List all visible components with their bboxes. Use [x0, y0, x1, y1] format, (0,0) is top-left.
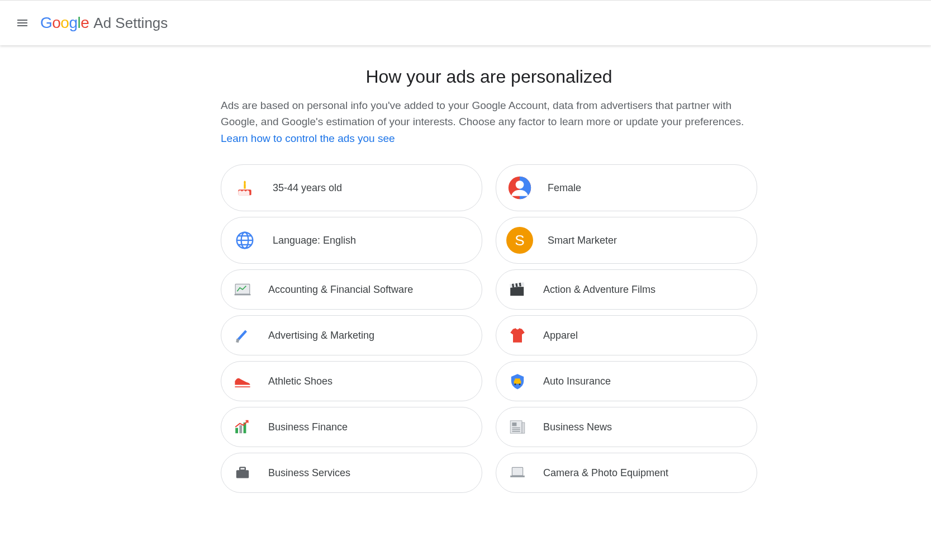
svg-point-24 — [519, 383, 520, 385]
factor-label: Accounting & Financial Software — [268, 284, 413, 296]
svg-rect-36 — [512, 468, 522, 476]
factor-business-news[interactable]: Business News — [496, 407, 757, 447]
svg-rect-12 — [235, 294, 251, 295]
accounting-icon — [231, 278, 254, 301]
hamburger-menu-button[interactable] — [9, 10, 36, 36]
logo-letter: g — [69, 14, 77, 31]
sneaker-icon — [231, 370, 254, 392]
logo-letter: e — [80, 14, 89, 31]
factor-gender[interactable]: Female — [496, 164, 757, 211]
factor-business-finance[interactable]: Business Finance — [221, 407, 482, 447]
svg-rect-26 — [239, 425, 242, 433]
svg-rect-20 — [235, 387, 250, 388]
newspaper-icon — [506, 416, 529, 438]
birthday-cake-icon — [231, 174, 258, 201]
main-content: How your ads are personalized Ads are ba… — [221, 45, 757, 493]
factor-label: Business Finance — [268, 421, 348, 433]
factor-age[interactable]: 35-44 years old — [221, 164, 482, 211]
svg-point-5 — [516, 181, 524, 189]
menu-icon — [16, 16, 29, 30]
factor-label: 35-44 years old — [273, 182, 342, 194]
svg-rect-19 — [235, 385, 250, 387]
logo-letter: G — [40, 14, 52, 31]
factor-camera-photo[interactable]: Camera & Photo Equipment — [496, 453, 757, 493]
factor-label: Business News — [543, 421, 612, 433]
factor-label: Athletic Shoes — [268, 376, 332, 387]
svg-rect-2 — [244, 184, 245, 189]
svg-rect-29 — [522, 423, 525, 433]
factor-label: Apparel — [543, 330, 578, 341]
factor-grid: 35-44 years old Female — [221, 164, 757, 493]
google-logo: Google — [40, 14, 89, 32]
factor-athletic-shoes[interactable]: Athletic Shoes — [221, 361, 482, 401]
factor-label: Smart Marketer — [548, 235, 617, 246]
factor-apparel[interactable]: Apparel — [496, 315, 757, 355]
factor-label: Auto Insurance — [543, 376, 611, 387]
app-header: Google Ad Settings — [0, 0, 931, 45]
svg-point-23 — [514, 383, 516, 385]
learn-more-link[interactable]: Learn how to control the ads you see — [221, 132, 395, 144]
svg-rect-25 — [235, 428, 238, 434]
factor-label: Camera & Photo Equipment — [543, 467, 668, 479]
description-text: Ads are based on personal info you've ad… — [221, 99, 744, 127]
svg-point-3 — [244, 181, 245, 185]
factor-business-services[interactable]: Business Services — [221, 453, 482, 493]
smart-marketer-icon: S — [506, 227, 533, 254]
tshirt-icon — [506, 324, 529, 347]
factor-auto-insurance[interactable]: Auto Insurance — [496, 361, 757, 401]
svg-rect-18 — [236, 339, 239, 343]
laptop-icon — [506, 462, 529, 484]
factor-advertising-marketing[interactable]: Advertising & Marketing — [221, 315, 482, 355]
globe-icon — [231, 227, 258, 254]
logo-letter: o — [52, 14, 60, 31]
factor-label: Business Services — [268, 467, 350, 479]
svg-rect-34 — [236, 471, 249, 478]
svg-rect-37 — [510, 476, 525, 477]
briefcase-icon — [231, 462, 254, 484]
page-description: Ads are based on personal info you've ad… — [221, 97, 757, 146]
logo-group: Google Ad Settings — [40, 14, 168, 32]
factor-language[interactable]: Language: English — [221, 217, 482, 264]
svg-rect-13 — [510, 287, 524, 296]
factor-label: Female — [548, 182, 581, 194]
film-clapper-icon — [506, 278, 529, 301]
factor-accounting-software[interactable]: Accounting & Financial Software — [221, 269, 482, 310]
page-title: How your ads are personalized — [221, 67, 757, 87]
factor-label: Language: English — [273, 235, 356, 246]
svg-rect-30 — [512, 423, 516, 426]
factor-label: Action & Adventure Films — [543, 284, 656, 296]
factor-action-films[interactable]: Action & Adventure Films — [496, 269, 757, 310]
product-name: Ad Settings — [93, 15, 168, 32]
factor-smart-marketer[interactable]: S Smart Marketer — [496, 217, 757, 264]
bar-chart-icon — [231, 416, 254, 438]
svg-rect-22 — [515, 379, 520, 382]
logo-letter: o — [60, 14, 69, 31]
shield-car-icon — [506, 370, 529, 392]
factor-label: Advertising & Marketing — [268, 330, 374, 341]
svg-rect-35 — [240, 468, 245, 471]
person-icon — [506, 174, 533, 201]
megaphone-icon — [231, 324, 254, 347]
